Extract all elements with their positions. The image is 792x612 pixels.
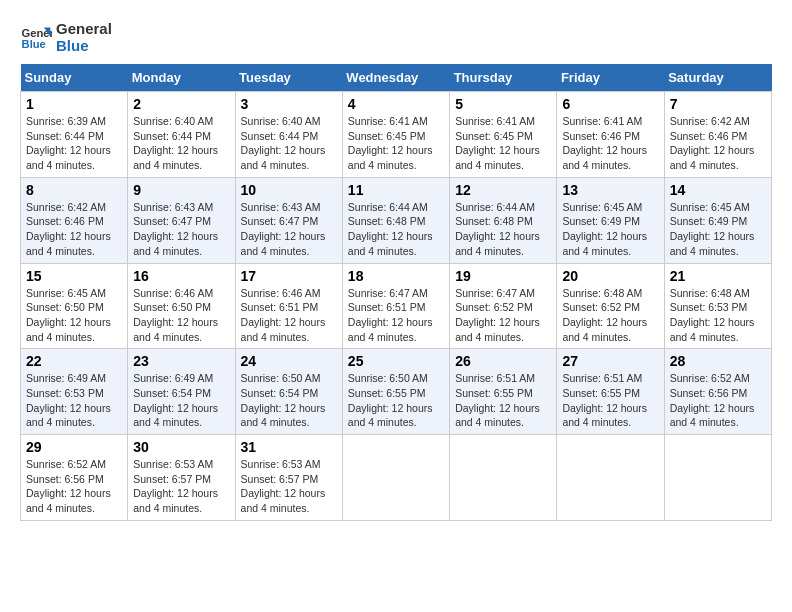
empty-cell (557, 435, 664, 521)
day-cell-26: 26Sunrise: 6:51 AMSunset: 6:55 PMDayligh… (450, 349, 557, 435)
day-cell-29: 29Sunrise: 6:52 AMSunset: 6:56 PMDayligh… (21, 435, 128, 521)
day-cell-9: 9Sunrise: 6:43 AMSunset: 6:47 PMDaylight… (128, 177, 235, 263)
day-number: 29 (26, 439, 122, 455)
col-header-saturday: Saturday (664, 64, 771, 92)
day-number: 28 (670, 353, 766, 369)
day-cell-6: 6Sunrise: 6:41 AMSunset: 6:46 PMDaylight… (557, 92, 664, 178)
day-info: Sunrise: 6:50 AMSunset: 6:55 PMDaylight:… (348, 372, 433, 428)
day-cell-2: 2Sunrise: 6:40 AMSunset: 6:44 PMDaylight… (128, 92, 235, 178)
day-info: Sunrise: 6:43 AMSunset: 6:47 PMDaylight:… (241, 201, 326, 257)
day-info: Sunrise: 6:52 AMSunset: 6:56 PMDaylight:… (670, 372, 755, 428)
day-number: 26 (455, 353, 551, 369)
day-info: Sunrise: 6:45 AMSunset: 6:49 PMDaylight:… (562, 201, 647, 257)
col-header-wednesday: Wednesday (342, 64, 449, 92)
day-info: Sunrise: 6:41 AMSunset: 6:45 PMDaylight:… (455, 115, 540, 171)
col-header-monday: Monday (128, 64, 235, 92)
day-number: 20 (562, 268, 658, 284)
week-row-4: 22Sunrise: 6:49 AMSunset: 6:53 PMDayligh… (21, 349, 772, 435)
logo-general: General (56, 20, 112, 37)
logo: General Blue General Blue (20, 20, 112, 54)
logo-icon: General Blue (20, 21, 52, 53)
day-cell-4: 4Sunrise: 6:41 AMSunset: 6:45 PMDaylight… (342, 92, 449, 178)
day-cell-24: 24Sunrise: 6:50 AMSunset: 6:54 PMDayligh… (235, 349, 342, 435)
day-number: 10 (241, 182, 337, 198)
day-cell-23: 23Sunrise: 6:49 AMSunset: 6:54 PMDayligh… (128, 349, 235, 435)
day-info: Sunrise: 6:41 AMSunset: 6:46 PMDaylight:… (562, 115, 647, 171)
day-number: 24 (241, 353, 337, 369)
day-info: Sunrise: 6:50 AMSunset: 6:54 PMDaylight:… (241, 372, 326, 428)
day-cell-27: 27Sunrise: 6:51 AMSunset: 6:55 PMDayligh… (557, 349, 664, 435)
day-info: Sunrise: 6:43 AMSunset: 6:47 PMDaylight:… (133, 201, 218, 257)
day-number: 18 (348, 268, 444, 284)
day-number: 15 (26, 268, 122, 284)
day-number: 1 (26, 96, 122, 112)
day-number: 30 (133, 439, 229, 455)
day-cell-21: 21Sunrise: 6:48 AMSunset: 6:53 PMDayligh… (664, 263, 771, 349)
day-info: Sunrise: 6:47 AMSunset: 6:51 PMDaylight:… (348, 287, 433, 343)
day-info: Sunrise: 6:49 AMSunset: 6:53 PMDaylight:… (26, 372, 111, 428)
day-info: Sunrise: 6:44 AMSunset: 6:48 PMDaylight:… (455, 201, 540, 257)
day-info: Sunrise: 6:42 AMSunset: 6:46 PMDaylight:… (670, 115, 755, 171)
day-number: 17 (241, 268, 337, 284)
day-info: Sunrise: 6:46 AMSunset: 6:51 PMDaylight:… (241, 287, 326, 343)
day-cell-10: 10Sunrise: 6:43 AMSunset: 6:47 PMDayligh… (235, 177, 342, 263)
day-info: Sunrise: 6:53 AMSunset: 6:57 PMDaylight:… (133, 458, 218, 514)
day-number: 9 (133, 182, 229, 198)
page-header: General Blue General Blue (20, 20, 772, 54)
svg-text:Blue: Blue (22, 38, 46, 50)
day-cell-28: 28Sunrise: 6:52 AMSunset: 6:56 PMDayligh… (664, 349, 771, 435)
day-number: 14 (670, 182, 766, 198)
day-cell-20: 20Sunrise: 6:48 AMSunset: 6:52 PMDayligh… (557, 263, 664, 349)
day-number: 5 (455, 96, 551, 112)
day-cell-3: 3Sunrise: 6:40 AMSunset: 6:44 PMDaylight… (235, 92, 342, 178)
day-number: 27 (562, 353, 658, 369)
day-cell-13: 13Sunrise: 6:45 AMSunset: 6:49 PMDayligh… (557, 177, 664, 263)
day-info: Sunrise: 6:51 AMSunset: 6:55 PMDaylight:… (562, 372, 647, 428)
day-info: Sunrise: 6:46 AMSunset: 6:50 PMDaylight:… (133, 287, 218, 343)
empty-cell (342, 435, 449, 521)
day-number: 31 (241, 439, 337, 455)
day-info: Sunrise: 6:44 AMSunset: 6:48 PMDaylight:… (348, 201, 433, 257)
day-cell-16: 16Sunrise: 6:46 AMSunset: 6:50 PMDayligh… (128, 263, 235, 349)
day-info: Sunrise: 6:45 AMSunset: 6:49 PMDaylight:… (670, 201, 755, 257)
day-info: Sunrise: 6:39 AMSunset: 6:44 PMDaylight:… (26, 115, 111, 171)
day-cell-15: 15Sunrise: 6:45 AMSunset: 6:50 PMDayligh… (21, 263, 128, 349)
day-cell-30: 30Sunrise: 6:53 AMSunset: 6:57 PMDayligh… (128, 435, 235, 521)
logo-blue: Blue (56, 37, 112, 54)
day-number: 2 (133, 96, 229, 112)
day-number: 19 (455, 268, 551, 284)
day-info: Sunrise: 6:40 AMSunset: 6:44 PMDaylight:… (241, 115, 326, 171)
day-info: Sunrise: 6:49 AMSunset: 6:54 PMDaylight:… (133, 372, 218, 428)
week-row-5: 29Sunrise: 6:52 AMSunset: 6:56 PMDayligh… (21, 435, 772, 521)
day-info: Sunrise: 6:45 AMSunset: 6:50 PMDaylight:… (26, 287, 111, 343)
day-info: Sunrise: 6:47 AMSunset: 6:52 PMDaylight:… (455, 287, 540, 343)
day-info: Sunrise: 6:48 AMSunset: 6:52 PMDaylight:… (562, 287, 647, 343)
day-info: Sunrise: 6:52 AMSunset: 6:56 PMDaylight:… (26, 458, 111, 514)
day-cell-19: 19Sunrise: 6:47 AMSunset: 6:52 PMDayligh… (450, 263, 557, 349)
day-cell-8: 8Sunrise: 6:42 AMSunset: 6:46 PMDaylight… (21, 177, 128, 263)
day-number: 13 (562, 182, 658, 198)
week-row-1: 1Sunrise: 6:39 AMSunset: 6:44 PMDaylight… (21, 92, 772, 178)
col-header-friday: Friday (557, 64, 664, 92)
day-number: 16 (133, 268, 229, 284)
day-number: 6 (562, 96, 658, 112)
empty-cell (664, 435, 771, 521)
day-cell-5: 5Sunrise: 6:41 AMSunset: 6:45 PMDaylight… (450, 92, 557, 178)
day-number: 23 (133, 353, 229, 369)
day-cell-12: 12Sunrise: 6:44 AMSunset: 6:48 PMDayligh… (450, 177, 557, 263)
day-cell-11: 11Sunrise: 6:44 AMSunset: 6:48 PMDayligh… (342, 177, 449, 263)
day-cell-22: 22Sunrise: 6:49 AMSunset: 6:53 PMDayligh… (21, 349, 128, 435)
day-number: 22 (26, 353, 122, 369)
day-cell-7: 7Sunrise: 6:42 AMSunset: 6:46 PMDaylight… (664, 92, 771, 178)
header-row: SundayMondayTuesdayWednesdayThursdayFrid… (21, 64, 772, 92)
day-cell-25: 25Sunrise: 6:50 AMSunset: 6:55 PMDayligh… (342, 349, 449, 435)
day-cell-18: 18Sunrise: 6:47 AMSunset: 6:51 PMDayligh… (342, 263, 449, 349)
day-info: Sunrise: 6:51 AMSunset: 6:55 PMDaylight:… (455, 372, 540, 428)
day-info: Sunrise: 6:41 AMSunset: 6:45 PMDaylight:… (348, 115, 433, 171)
calendar-table: SundayMondayTuesdayWednesdayThursdayFrid… (20, 64, 772, 521)
day-number: 4 (348, 96, 444, 112)
empty-cell (450, 435, 557, 521)
day-cell-1: 1Sunrise: 6:39 AMSunset: 6:44 PMDaylight… (21, 92, 128, 178)
day-number: 7 (670, 96, 766, 112)
day-number: 25 (348, 353, 444, 369)
